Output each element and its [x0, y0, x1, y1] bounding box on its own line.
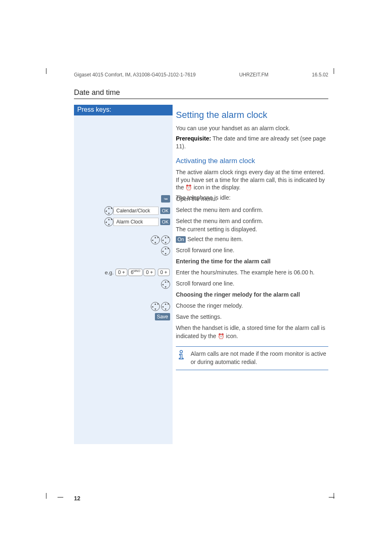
- section-title: Date and time: [74, 88, 328, 99]
- eg-label: e.g.: [105, 269, 114, 276]
- enter-desc: Enter the hours/minutes. The example her…: [173, 269, 328, 277]
- doc-id: Gigaset 4015 Comfort, IM, A31008-G4015-J…: [74, 72, 196, 78]
- running-header: Gigaset 4015 Comfort, IM, A31008-G4015-J…: [74, 72, 328, 78]
- scroll1-text: Scroll forward one line.: [173, 246, 328, 255]
- dpad-icon: ◂▸: [151, 302, 160, 311]
- alarm-icon: ⏰: [218, 333, 224, 339]
- alarm-desc-b: The current setting is displayed.: [176, 226, 257, 233]
- prerequisite-text: Prerequisite: The date and time are alre…: [176, 135, 328, 150]
- ok-badge: OK: [160, 219, 170, 225]
- dpad-icon: ◂▸: [161, 246, 170, 256]
- crop-mark: [46, 493, 46, 499]
- choosing-heading: Choosing the ringer melody for the alarm…: [173, 291, 328, 299]
- scroll2-text: Scroll forward one line.: [173, 280, 328, 288]
- keycap-0: 0 +: [115, 269, 127, 276]
- stored-note: When the handset is idle, a stored time …: [173, 324, 328, 340]
- row-save: Save Save the settings.: [74, 313, 328, 322]
- row-calendar: ◂▸ Calendar/Clock OK Select the menu ite…: [74, 206, 328, 215]
- keycap-0: 0 +: [158, 269, 170, 276]
- row-entering-heading: Entering the time for the alarm call: [74, 258, 328, 267]
- svg-point-0: [180, 350, 182, 353]
- row-scroll1: ◂▸ Scroll forward one line.: [74, 246, 328, 256]
- row-info-box: Alarm calls are not made if the room mon…: [74, 342, 328, 370]
- entering-heading: Entering the time for the alarm call: [173, 258, 328, 266]
- info-icon: [178, 350, 185, 366]
- keycap-6: 6MNO: [128, 269, 143, 276]
- save-badge: Save: [155, 313, 170, 320]
- dpad-icon: ◂▸: [151, 235, 160, 244]
- row-stored-note: When the handset is idle, a stored time …: [74, 324, 328, 340]
- press-keys-heading: Press keys:: [74, 105, 173, 115]
- activating-desc: The active alarm clock rings every day a…: [176, 168, 328, 192]
- info-text: Alarm calls are not made if the room mon…: [191, 350, 327, 366]
- crop-mark: [58, 497, 63, 497]
- file-name: UHRZEIT.FM: [239, 72, 268, 78]
- row-open-menu: ≔ Open the menu.: [74, 195, 328, 204]
- intro-text: You can use your handset as an alarm clo…: [176, 124, 328, 132]
- row-example-keys: e.g. 0 + 6MNO 0 + 0 + Enter the hours/mi…: [74, 269, 328, 278]
- page-number: 12: [74, 495, 81, 502]
- menu-icon: ≔: [161, 195, 170, 203]
- row-scroll2: ◂▸ Scroll forward one line.: [74, 280, 328, 289]
- alarm-desc: Select the menu item and confirm. The cu…: [173, 217, 328, 233]
- menu-item-alarm: Alarm Clock: [113, 218, 159, 226]
- dpad-icon: ◂▸: [104, 206, 113, 215]
- info-box: Alarm calls are not made if the room mon…: [176, 346, 328, 370]
- save-desc: Save the settings.: [173, 313, 328, 321]
- on-text: Select the menu item.: [186, 236, 243, 242]
- content-column: Setting the alarm clock You can use your…: [176, 107, 328, 204]
- activating-desc-b: icon in the display.: [192, 184, 240, 191]
- dpad-icon: ◂▸: [161, 235, 170, 244]
- choose-desc: Choose the ringer melody.: [173, 302, 328, 310]
- ok-badge: OK: [160, 207, 170, 214]
- prerequisite-label: Prerequisite:: [176, 135, 211, 142]
- menu-item-calendar: Calendar/Clock: [113, 207, 159, 215]
- on-desc: On Select the menu item.: [173, 235, 328, 244]
- crop-mark: [46, 68, 46, 74]
- crop-mark: [334, 493, 334, 499]
- doc-date: 16.5.02: [312, 72, 328, 78]
- dpad-icon: ◂▸: [161, 302, 170, 311]
- heading-setting-alarm: Setting the alarm clock: [176, 110, 328, 120]
- instruction-rows: ≔ Open the menu. ◂▸ Calendar/Clock OK Se…: [74, 193, 328, 372]
- dpad-icon: ◂▸: [161, 280, 170, 289]
- alarm-icon: ⏰: [185, 184, 192, 191]
- heading-activating: Activating the alarm clock: [176, 157, 328, 165]
- alarm-desc-a: Select the menu item and confirm.: [176, 218, 263, 224]
- row-alarm: ◂▸ Alarm Clock OK Select the menu item a…: [74, 217, 328, 233]
- row-on: ◂▸ ◂▸ On Select the menu item.: [74, 235, 328, 244]
- open-menu-text: Open the menu.: [173, 195, 328, 203]
- on-badge: On: [176, 236, 186, 243]
- keycap-0: 0 +: [143, 269, 155, 276]
- dpad-icon: ◂▸: [104, 217, 113, 226]
- row-choosing-heading: Choosing the ringer melody for the alarm…: [74, 291, 328, 300]
- calendar-desc: Select the menu item and confirm.: [173, 206, 328, 214]
- stored-a: When the handset is idle, a stored time …: [176, 325, 325, 339]
- crop-mark: [334, 68, 334, 74]
- row-choose-melody: ◂▸ ◂▸ Choose the ringer melody.: [74, 302, 328, 311]
- stored-b: icon.: [224, 333, 238, 339]
